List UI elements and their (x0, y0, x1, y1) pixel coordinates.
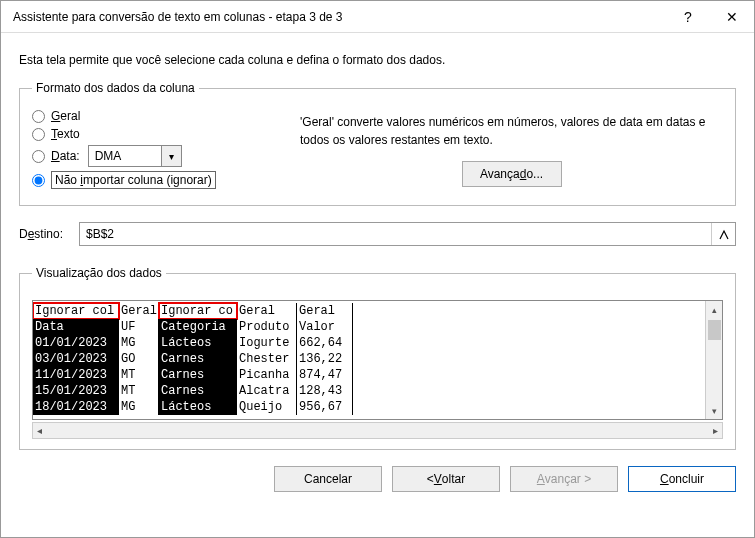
preview-cell[interactable]: 11/01/2023 (33, 367, 119, 383)
preview-cell[interactable]: 128,43 (297, 383, 353, 399)
preview-cell[interactable]: Carnes (159, 351, 237, 367)
back-button[interactable]: < Voltar (392, 466, 500, 492)
preview-cell[interactable]: Data (33, 319, 119, 335)
preview-header[interactable]: Ignorar co (159, 303, 237, 319)
preview-header[interactable]: Ignorar col (33, 303, 119, 319)
radio-texto-label[interactable]: Texto (51, 127, 80, 141)
preview-cell[interactable]: Categoria (159, 319, 237, 335)
horizontal-scrollbar[interactable]: ◂ ▸ (32, 422, 723, 439)
scroll-up-icon[interactable]: ▴ (706, 301, 722, 318)
preview-cell[interactable]: Picanha (237, 367, 297, 383)
preview-cell[interactable]: MG (119, 335, 159, 351)
radio-geral-label[interactable]: Geral (51, 109, 80, 123)
cancel-button[interactable]: Cancelar (274, 466, 382, 492)
preview-cell[interactable]: 18/01/2023 (33, 399, 119, 415)
preview-cell[interactable]: 956,67 (297, 399, 353, 415)
preview-cell[interactable]: 01/01/2023 (33, 335, 119, 351)
preview-cell[interactable]: Valor (297, 319, 353, 335)
preview-cell[interactable]: MG (119, 399, 159, 415)
destination-input[interactable] (80, 223, 711, 245)
radio-ignorar-label[interactable]: Não importar coluna (ignorar) (51, 171, 216, 189)
preview-cell[interactable]: Alcatra (237, 383, 297, 399)
advanced-button[interactable]: Avançado... (462, 161, 562, 187)
intro-text: Esta tela permite que você selecione cad… (19, 53, 736, 67)
scroll-down-icon[interactable]: ▾ (706, 402, 722, 419)
preview-cell[interactable]: 15/01/2023 (33, 383, 119, 399)
date-format-value: DMA (89, 149, 162, 163)
preview-group: Visualização dos dados Ignorar colGeralI… (19, 266, 736, 450)
window-title: Assistente para conversão de texto em co… (13, 10, 666, 24)
preview-cell[interactable]: Carnes (159, 383, 237, 399)
finish-button[interactable]: Concluir (628, 466, 736, 492)
preview-cell[interactable]: Queijo (237, 399, 297, 415)
preview-grid[interactable]: Ignorar colGeralIgnorar coGeralGeralData… (33, 301, 705, 419)
radio-ignorar[interactable] (32, 174, 45, 187)
preview-header[interactable]: Geral (297, 303, 353, 319)
preview-cell[interactable]: 662,64 (297, 335, 353, 351)
preview-cell[interactable]: Lácteos (159, 399, 237, 415)
titlebar: Assistente para conversão de texto em co… (1, 1, 754, 33)
preview-cell[interactable]: MT (119, 383, 159, 399)
preview-cell[interactable]: Produto (237, 319, 297, 335)
scroll-thumb[interactable] (708, 320, 721, 340)
format-hint: 'Geral' converte valores numéricos em nú… (300, 113, 723, 149)
column-format-legend: Formato dos dados da coluna (32, 81, 199, 95)
radio-data-label[interactable]: Data: (51, 149, 80, 163)
radio-texto[interactable] (32, 128, 45, 141)
preview-cell[interactable]: Iogurte (237, 335, 297, 351)
preview-cell[interactable]: Lácteos (159, 335, 237, 351)
preview-cell[interactable]: 874,47 (297, 367, 353, 383)
scroll-right-icon[interactable]: ▸ (713, 425, 718, 436)
preview-cell[interactable]: MT (119, 367, 159, 383)
preview-legend: Visualização dos dados (32, 266, 166, 280)
preview-cell[interactable]: UF (119, 319, 159, 335)
preview-header[interactable]: Geral (119, 303, 159, 319)
preview-cell[interactable]: Carnes (159, 367, 237, 383)
date-format-combo[interactable]: DMA ▾ (88, 145, 183, 167)
preview-cell[interactable]: 03/01/2023 (33, 351, 119, 367)
preview-header[interactable]: Geral (237, 303, 297, 319)
preview-cell[interactable]: Chester (237, 351, 297, 367)
help-button[interactable]: ? (666, 1, 710, 33)
vertical-scrollbar[interactable]: ▴ ▾ (705, 301, 722, 419)
preview-cell[interactable]: 136,22 (297, 351, 353, 367)
next-button: Avançar > (510, 466, 618, 492)
column-format-group: Formato dos dados da coluna Geral Texto … (19, 81, 736, 206)
close-button[interactable]: ✕ (710, 1, 754, 33)
scroll-left-icon[interactable]: ◂ (37, 425, 42, 436)
radio-data[interactable] (32, 150, 45, 163)
preview-cell[interactable]: GO (119, 351, 159, 367)
chevron-down-icon[interactable]: ▾ (161, 146, 181, 166)
range-picker-icon[interactable] (711, 223, 735, 245)
radio-geral[interactable] (32, 110, 45, 123)
destination-label: Destino: (19, 227, 79, 241)
footer-buttons: Cancelar < Voltar Avançar > Concluir (19, 466, 736, 492)
